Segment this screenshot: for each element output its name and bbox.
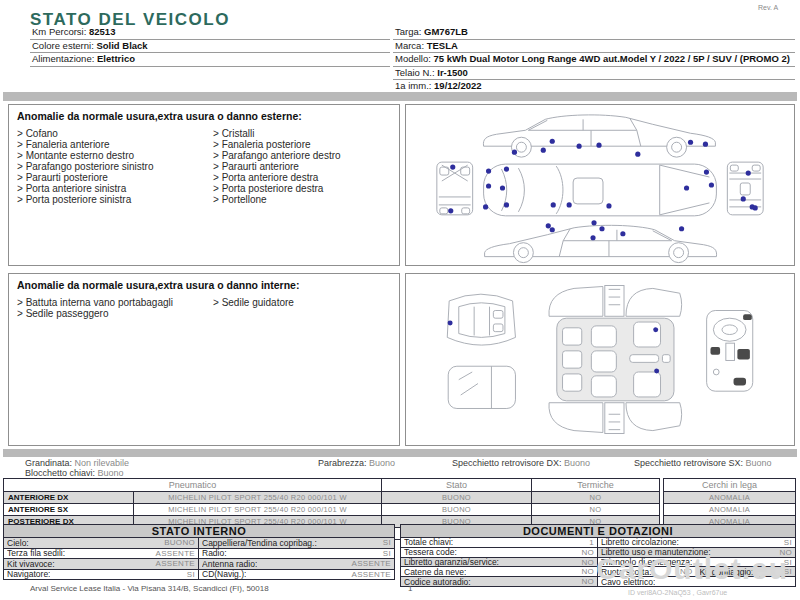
car-front-view — [437, 162, 473, 215]
table-row: Cielo:BUONO Cappelliera/Tendina copribag… — [4, 538, 394, 549]
car-exterior-diagram-svg — [406, 105, 794, 265]
car-interior-diagram-svg — [406, 274, 794, 445]
info-row-colore: Colore esterni: Solid Black — [30, 40, 390, 54]
damage-marker — [653, 327, 658, 332]
damage-marker — [599, 226, 604, 231]
dashboard-view — [707, 311, 753, 392]
table-row: Navigatore:SI CD(Navig.):ASSENTE — [4, 570, 394, 580]
separator-band — [3, 449, 797, 457]
tyre-row: ANTERIORE SXMICHELIN PILOT SPORT 255/40 … — [4, 504, 660, 516]
cell-codice-autoradio: Codice autoradio:NO — [401, 577, 598, 586]
interior-anomalies-heading: Anomalie da normale usura,extra usura o … — [17, 279, 391, 291]
anomaly-item: Portellone — [213, 194, 391, 205]
damage-marker — [679, 226, 684, 231]
info-row-telaio: Telaio N.: Ir-1500 — [393, 67, 795, 81]
damage-marker — [654, 369, 659, 374]
damage-marker — [486, 168, 491, 173]
anomaly-item: Fanaleria anteriore — [17, 139, 213, 150]
table-row: Totale chiavi:1 Libretto circolazione:SI — [401, 538, 795, 548]
cell-kit-vivavoce: Kit vivavoce:ASSENTE — [4, 559, 199, 569]
info-row-marca: Marca: TESLA — [393, 40, 795, 54]
damage-marker — [448, 320, 453, 325]
anomaly-item: Porta anteriore destra — [213, 172, 391, 183]
interior-anomalies-col1: Battuta interna vano portabagagli Sedile… — [17, 297, 213, 319]
cell-libretto-circolazione: Libretto circolazione:SI — [598, 538, 795, 547]
anomaly-item: Fanaleria posteriore — [213, 139, 391, 150]
condition-blocchetto-chiavi: Blocchetto chiavi: Buono — [25, 468, 124, 478]
damage-marker — [635, 152, 640, 157]
damage-marker — [450, 165, 455, 170]
caroutlet-watermark: CarOutlet.eu — [596, 552, 788, 586]
anomaly-item: Parafango anteriore destro — [213, 150, 391, 161]
revision-label: Rev. A — [758, 4, 778, 11]
damage-marker — [551, 202, 556, 207]
damage-marker — [684, 185, 689, 190]
separator-band — [3, 92, 797, 101]
condition-specchietto-sx: Specchietto retrovisore SX: Buono — [634, 458, 772, 468]
damage-marker — [550, 139, 555, 144]
exterior-anomalies-col2: Cristalli Fanaleria posteriore Parafango… — [213, 128, 391, 205]
anomaly-item: Cristalli — [213, 128, 391, 139]
footer-page-number: 1 — [408, 584, 412, 593]
damage-marker — [606, 203, 611, 208]
exterior-anomalies-col1: Cofano Fanaleria anteriore Montante este… — [17, 128, 213, 205]
damage-marker — [500, 185, 505, 190]
anomaly-item: Porta anteriore sinistra — [17, 183, 213, 194]
stato-interno-table: STATO INTERNO Cielo:BUONO Cappelliera/Te… — [3, 524, 395, 580]
anomaly-item: Sedile passeggero — [17, 308, 213, 319]
damage-marker — [483, 204, 488, 209]
anomaly-item: Paraurti posteriore — [17, 172, 213, 183]
anomaly-item: Battuta interna vano portabagagli — [17, 297, 213, 308]
car-top-view — [484, 164, 717, 216]
damage-marker — [546, 223, 551, 228]
col-header-termiche: Termiche — [532, 479, 660, 492]
anomaly-item: Paraurti anteriore — [213, 161, 391, 172]
tyre-table-header: Pneumatico Stato Termiche — [4, 479, 660, 492]
exterior-anomalies-heading: Anomalie da normale usura,extra usura o … — [17, 110, 391, 122]
cell-tessera-code: Tessera code:NO — [401, 548, 598, 557]
documenti-title: DOCUMENTI E DOTAZIONI — [401, 525, 795, 538]
damage-marker — [704, 169, 709, 174]
cell-totale-chiavi: Totale chiavi:1 — [401, 538, 598, 547]
info-row-targa: Targa: GM767LB — [393, 26, 795, 40]
damage-marker — [504, 166, 509, 171]
info-row-modello: Modello: 75 kWh Dual Motor Long Range 4W… — [393, 53, 795, 67]
roof-view — [448, 366, 515, 408]
condition-grandinata: Grandinata: Non rilevabile — [25, 458, 129, 468]
car-rear-view — [727, 162, 763, 215]
damage-marker — [577, 144, 582, 149]
anomaly-item: Porta posteriore destra — [213, 183, 391, 194]
cell-catene-neve: Catene da neve:NO — [401, 567, 598, 576]
anomaly-item: Cofano — [17, 128, 213, 139]
damage-marker — [753, 205, 758, 210]
damage-marker — [590, 235, 595, 240]
cabin-view — [549, 286, 682, 434]
col-header-cerchi: Cerchi in lega — [664, 479, 796, 492]
footer-company: Arval Service Lease Italia - Via Pisana … — [30, 584, 269, 593]
cerchi-row: ANOMALIA — [664, 492, 796, 504]
damage-marker — [504, 202, 509, 207]
condition-specchietto-dx: Specchietto retrovisore DX: Buono — [452, 458, 590, 468]
interior-diagram-panel — [405, 273, 795, 446]
cell-antenna-radio: Antenna radio:ASSENTE — [199, 559, 394, 569]
cell-cd-navig: CD(Navig.):ASSENTE — [199, 570, 394, 580]
cell-terza-fila: Terza fila sedili:ASSENTE — [4, 549, 199, 559]
cell-radio: Radio:SI — [199, 549, 394, 559]
damage-marker — [541, 148, 546, 153]
damage-marker — [688, 140, 693, 145]
car-side-view-top — [483, 115, 715, 157]
anomaly-item: Porta posteriore sinistra — [17, 194, 213, 205]
interior-anomalies-col2: Sedile guidatore — [213, 297, 391, 319]
tyre-row: ANTERIORE DXMICHELIN PILOT SPORT 255/40 … — [4, 492, 660, 504]
condition-parabrezza: Parabrezza: Buono — [318, 458, 395, 468]
anomaly-item: Parafango posteriore sinistro — [17, 161, 213, 172]
damage-marker — [591, 220, 596, 225]
damage-marker — [746, 170, 751, 175]
damage-marker — [550, 227, 555, 232]
interior-anomalies-panel: Anomalie da normale usura,extra usura o … — [8, 273, 400, 446]
damage-marker — [709, 182, 714, 187]
watermark-id-line: ID veri8AO-2NaQ53 , Gavr67ue — [628, 589, 727, 596]
vehicle-info-left: Km Percorsi: 82513 Colore esterni: Solid… — [30, 26, 390, 67]
cell-libretto-garanzia: Libretto garanzia/service:NO — [401, 558, 598, 567]
damage-marker — [620, 231, 625, 236]
